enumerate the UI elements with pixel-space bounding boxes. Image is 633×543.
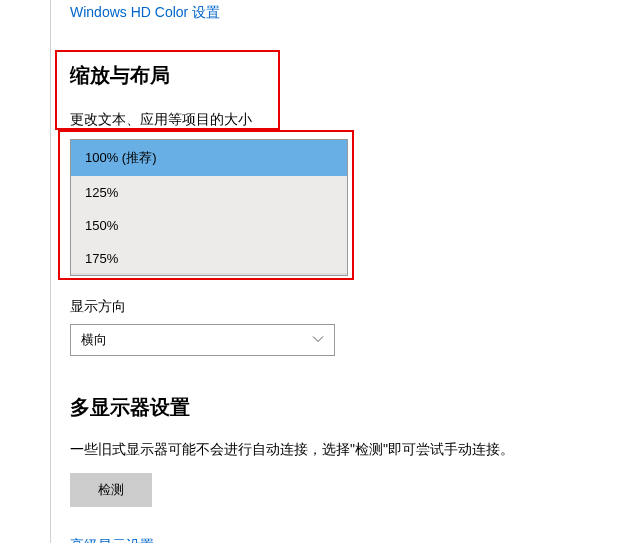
orientation-value: 横向 [81, 331, 107, 349]
scale-option-125[interactable]: 125% [71, 176, 347, 209]
multimonitor-heading: 多显示器设置 [70, 394, 633, 421]
detect-button[interactable]: 检测 [70, 473, 152, 507]
left-divider [50, 0, 51, 543]
orientation-dropdown[interactable]: 横向 [70, 324, 335, 356]
settings-page: Windows HD Color 设置 缩放与布局 更改文本、应用等项目的大小 … [0, 0, 633, 543]
scale-dropdown-listbox[interactable]: 100% (推荐) 125% 150% 175% [70, 139, 348, 276]
orientation-label: 显示方向 [70, 298, 633, 316]
scale-option-175[interactable]: 175% [71, 242, 347, 275]
multimonitor-description: 一些旧式显示器可能不会进行自动连接，选择"检测"即可尝试手动连接。 [70, 441, 633, 459]
scale-option-100[interactable]: 100% (推荐) [71, 140, 347, 176]
scale-text-label: 更改文本、应用等项目的大小 [70, 111, 633, 129]
chevron-down-icon [312, 333, 324, 348]
advanced-display-settings-link[interactable]: 高级显示设置 [70, 537, 154, 543]
hdcolor-settings-link[interactable]: Windows HD Color 设置 [70, 4, 220, 22]
scale-layout-heading: 缩放与布局 [70, 62, 633, 89]
scale-option-150[interactable]: 150% [71, 209, 347, 242]
